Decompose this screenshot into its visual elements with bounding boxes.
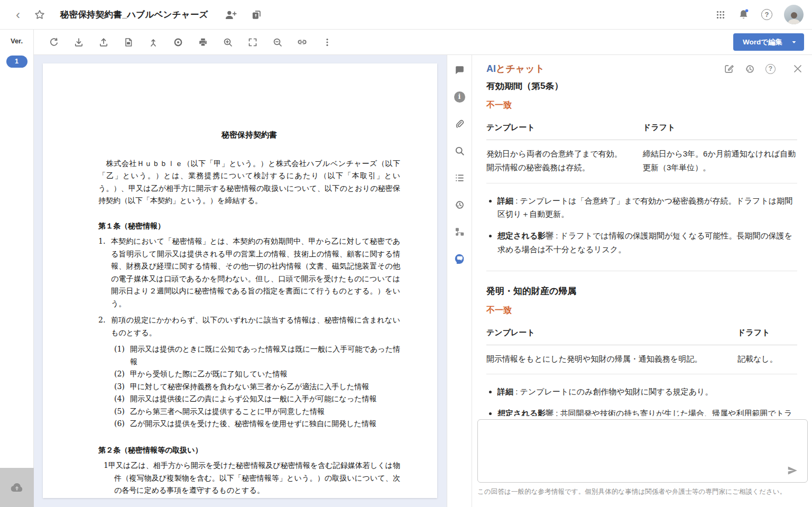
ai-chat-tab[interactable] <box>453 252 466 265</box>
document-viewer[interactable]: 秘密保持契約書 株式会社Ｈｕｂｂｌｅ（以下「甲」という。）と株式会社ハブルベンチ… <box>34 55 447 507</box>
user-avatar[interactable] <box>784 5 804 24</box>
detail-bullet: 詳細 : テンプレートにのみ創作物や知財に関する規定あり。 <box>497 385 797 399</box>
fit-width-button[interactable] <box>240 30 265 55</box>
notifications-button[interactable] <box>737 8 750 21</box>
print-icon <box>198 37 208 48</box>
document-page: 秘密保持契約書 株式会社Ｈｕｂｂｌｅ（以下「甲」という。）と株式会社ハブルベンチ… <box>43 63 437 498</box>
dropdown-caret-icon[interactable] <box>791 39 797 45</box>
help-button[interactable]: ? <box>761 9 772 20</box>
analysis-bullets: 詳細 : テンプレートにのみ創作物や知財に関する規定あり。 想定される影響 : … <box>486 385 797 416</box>
version-badge[interactable]: 1 <box>6 56 27 68</box>
send-button[interactable] <box>787 465 798 476</box>
mismatch-badge: 不一致 <box>486 305 797 316</box>
watch-button[interactable] <box>165 30 190 55</box>
ai-panel-title: AIとチャット <box>486 62 545 75</box>
ai-help-button[interactable]: ? <box>765 64 776 74</box>
zoom-out-button[interactable] <box>265 30 290 55</box>
link-button[interactable] <box>290 30 315 55</box>
duplicate-button[interactable] <box>251 9 262 21</box>
upload-button[interactable] <box>91 30 116 55</box>
column-header-draft: ドラフト <box>643 123 797 133</box>
table-row: 開示情報をもとにした発明や知財の帰属・通知義務を明記。 記載なし。 <box>486 345 797 374</box>
duplicate-icon <box>251 9 262 21</box>
cloud-upload-icon <box>9 481 25 494</box>
analysis-bullets: 詳細 : テンプレートは「合意終了」まで有効かつ秘密義務が存続。ドラフトは期間区… <box>486 194 797 256</box>
person-add-icon <box>224 9 237 21</box>
ai-chat-messages[interactable]: 有効期間（第5条） 不一致 テンプレート ドラフト 発効日から両者の合意終了まで… <box>472 82 812 416</box>
download-icon <box>73 37 84 48</box>
edit-in-word-button[interactable]: Wordで編集 <box>733 33 804 51</box>
template-cell: 発効日から両者の合意終了まで有効。開示情報の秘密義務は存続。 <box>486 147 625 175</box>
new-chat-button[interactable] <box>723 63 734 75</box>
ai-panel-header: AIとチャット ? <box>472 55 812 82</box>
edit-compose-icon <box>723 63 734 75</box>
article1-subitem: (5)乙から第三者へ開示又は提供することに甲が同意した情報 <box>98 405 400 418</box>
apps-grid-button[interactable] <box>715 10 726 20</box>
merge-button[interactable] <box>141 30 165 55</box>
close-panel-button[interactable] <box>793 64 802 73</box>
history-icon <box>744 63 755 75</box>
upload-version-button[interactable] <box>0 468 34 507</box>
attachments-tab[interactable] <box>453 117 466 131</box>
article1-subitem: (3)甲に対して秘密保持義務を負わない第三者から乙が適法に入手した情報 <box>98 381 400 393</box>
ai-chat-panel: AIとチャット ? 有効期間（第5条） 不一致 <box>472 55 812 507</box>
comparison-section: 発明・知的財産の帰属 不一致 テンプレート ドラフト 開示情報をもとにした発明や… <box>486 285 797 416</box>
article2-subitem: (1)情報取扱管理者を定め、相手方から開示された秘密情報等を、善良なる管理者とし… <box>98 497 400 499</box>
merge-icon <box>148 37 159 48</box>
comments-tab[interactable] <box>453 63 466 77</box>
share-button[interactable] <box>224 9 237 21</box>
column-header-template: テンプレート <box>486 123 625 133</box>
more-options-button[interactable] <box>315 30 339 55</box>
document-toolbar: Wordで編集 <box>34 30 812 55</box>
panel-icon-rail: i <box>447 55 472 507</box>
draft-cell: 記載なし。 <box>737 352 797 366</box>
mismatch-badge: 不一致 <box>486 100 797 111</box>
article1-subitem: (4)開示又は提供後に乙の責によらず公知又は一般に入手が可能になった情報 <box>98 393 400 405</box>
article2-paragraph: 1甲又は乙は、相手方から開示を受けた秘密情報及び秘密情報を含む記録媒体若しくは物… <box>98 459 400 497</box>
comment-icon <box>454 64 465 76</box>
apps-grid-icon <box>715 10 726 20</box>
download-button[interactable] <box>66 30 91 55</box>
list-icon <box>454 172 465 183</box>
article1-subitem: (6)乙が開示又は提供を受けた後、秘密情報を使用せずに独自に開発した情報 <box>98 418 400 430</box>
refresh-button[interactable] <box>41 30 66 55</box>
article1-heading: 第１条（秘密情報） <box>98 220 400 233</box>
workflow-tab[interactable] <box>453 225 466 238</box>
section-heading: 発明・知的財産の帰属 <box>486 285 797 297</box>
back-button[interactable]: ‹ <box>14 8 22 21</box>
upload-icon <box>98 37 109 48</box>
search-tab[interactable] <box>453 144 466 158</box>
sitemap-icon <box>454 226 465 237</box>
chat-history-button[interactable] <box>744 63 755 75</box>
paperclip-icon <box>454 118 465 130</box>
outline-tab[interactable] <box>453 171 466 185</box>
contract-title: 秘密保持契約書 <box>98 129 400 142</box>
section-heading: 有効期間（第5条） <box>486 82 797 92</box>
zoom-in-button[interactable] <box>215 30 240 55</box>
search-icon <box>454 145 465 156</box>
chat-input-area: この回答は一般的な参考情報です。個別具体的な事情は関係者や弁護士等の専門家にご相… <box>472 416 812 507</box>
column-header-draft: ドラフト <box>737 328 797 338</box>
history-icon <box>454 199 465 210</box>
bell-icon <box>737 8 750 21</box>
column-header-template: テンプレート <box>486 328 719 338</box>
fit-to-screen-icon <box>247 37 258 48</box>
refresh-icon <box>49 37 59 48</box>
star-button[interactable] <box>34 9 45 21</box>
chat-message-input[interactable] <box>477 419 808 483</box>
export-pdf-button[interactable] <box>116 30 141 55</box>
star-icon <box>34 9 45 21</box>
pdf-export-icon <box>123 37 134 48</box>
version-sidebar: Ver. 1 <box>0 30 34 507</box>
detail-bullet: 詳細 : テンプレートは「合意終了」まで有効かつ秘密義務が存続。ドラフトは期間区… <box>497 194 797 222</box>
comparison-table: テンプレート ドラフト 発効日から両者の合意終了まで有効。開示情報の秘密義務は存… <box>486 119 797 183</box>
info-icon: i <box>454 91 465 103</box>
template-cell: 開示情報をもとにした発明や知財の帰属・通知義務を明記。 <box>486 352 719 366</box>
article1-subitem: (1)開示又は提供のときに既に公知であった情報又は既に一般に入手可能であった情報 <box>98 343 400 368</box>
history-tab[interactable] <box>453 198 466 211</box>
help-icon: ? <box>765 64 776 74</box>
version-label: Ver. <box>0 37 33 45</box>
print-button[interactable] <box>190 30 215 55</box>
visibility-icon <box>173 37 183 48</box>
info-tab[interactable]: i <box>453 90 466 104</box>
